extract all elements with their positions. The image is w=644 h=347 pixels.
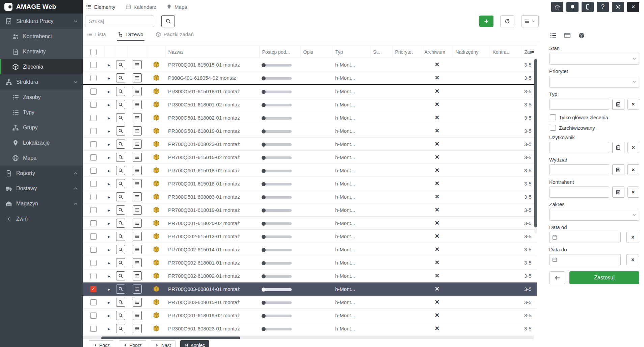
expand-icon[interactable]: ▸	[108, 142, 110, 147]
row-checkbox[interactable]	[90, 326, 97, 332]
row-zoom-button[interactable]	[116, 126, 125, 135]
row-details-button[interactable]	[133, 232, 142, 241]
col-header-archiwum[interactable]: Archiwum	[422, 46, 453, 58]
row-details-button[interactable]	[133, 298, 142, 307]
table-row[interactable]: ▸ PR700Q002-618001-01 montaż h-Mont... ×…	[83, 256, 537, 269]
filter-card-tab[interactable]	[564, 32, 571, 39]
priorytet-select[interactable]	[549, 76, 639, 88]
view-menu-button[interactable]	[521, 15, 539, 27]
row-checkbox[interactable]	[90, 194, 97, 200]
table-row[interactable]: ▸ PR700Q002-615013-01 montaż h-Mont... ×…	[83, 230, 537, 243]
row-checkbox[interactable]	[90, 181, 97, 187]
col-header-nazwa[interactable]: Nazwa	[165, 46, 259, 58]
sidebar-item-zasoby[interactable]: Zasoby	[0, 90, 83, 105]
row-checkbox[interactable]	[90, 273, 97, 279]
tab-paczki-zadan[interactable]: Paczki zadań	[155, 29, 195, 41]
notifications-button[interactable]	[566, 2, 579, 12]
filter-list-tab[interactable]	[550, 32, 557, 39]
user-input[interactable]	[549, 142, 609, 153]
col-header-postep[interactable]: Postęp pod...	[259, 46, 300, 58]
expand-icon[interactable]: ▸	[108, 326, 110, 331]
table-row[interactable]: ▸ PR700Q001-615015-02 montaż h-Mont... ×…	[83, 151, 537, 164]
table-row[interactable]: ▸ PR300G501-618001-02 montaż h-Mont... ×…	[83, 98, 537, 111]
row-checkbox[interactable]	[90, 168, 97, 174]
row-zoom-button[interactable]	[116, 324, 125, 333]
sidebar-collapse[interactable]: Zwiń	[0, 211, 83, 226]
department-input[interactable]	[549, 164, 609, 175]
expand-icon[interactable]: ▸	[108, 115, 110, 121]
table-row[interactable]: ▸ PR700Q001-618019-01 montaż h-Mont... ×…	[83, 203, 537, 217]
expand-icon[interactable]: ▸	[108, 287, 110, 292]
row-details-button[interactable]	[133, 100, 142, 109]
pagination-next-button[interactable]: Nast	[151, 340, 176, 347]
row-details-button[interactable]	[133, 113, 142, 122]
table-row[interactable]: ▸ PR700Q001-608023-01 montaż h-Mont... ×…	[83, 138, 537, 151]
settings-button[interactable]	[612, 2, 624, 12]
refresh-button[interactable]	[500, 15, 514, 27]
vertical-scrollbar[interactable]	[534, 58, 537, 233]
row-zoom-button[interactable]	[116, 73, 125, 82]
table-row[interactable]: ▸ PR300G501-615018-01 montaż h-Mont... ×…	[83, 84, 537, 98]
row-details-button[interactable]	[133, 126, 142, 135]
row-checkbox[interactable]	[90, 299, 97, 305]
row-details-button[interactable]	[133, 311, 142, 320]
home-button[interactable]	[551, 2, 563, 12]
col-header-kontrahent[interactable]: Kontra...	[490, 46, 521, 58]
contractor-clear-button[interactable]: ×	[627, 187, 640, 198]
contractor-picker-button[interactable]	[612, 187, 624, 198]
row-details-button[interactable]	[133, 60, 142, 69]
row-zoom-button[interactable]	[116, 140, 125, 149]
row-zoom-button[interactable]	[116, 284, 125, 294]
sidebar-section-raporty[interactable]: Raporty	[0, 166, 83, 181]
table-row[interactable]: ▸ PR700Q003-608015-01 montaż h-Mont... ×…	[83, 296, 537, 309]
row-zoom-button[interactable]	[116, 60, 125, 69]
row-details-button[interactable]	[133, 87, 142, 96]
row-details-button[interactable]	[133, 324, 142, 333]
row-checkbox[interactable]	[90, 115, 97, 121]
pagination-last-button[interactable]: Koniec	[180, 340, 210, 347]
col-header-priorytet[interactable]: Priorytet	[392, 46, 422, 58]
sidebar-item-kontrakty[interactable]: Kontrakty	[0, 44, 83, 59]
row-details-button[interactable]	[133, 205, 142, 215]
expand-icon[interactable]: ▸	[108, 273, 110, 279]
row-details-button[interactable]	[133, 258, 142, 267]
user-clear-button[interactable]: ×	[627, 142, 640, 153]
table-row[interactable]: ▸ PR300G501-608023-01 montaż h-Mont... ×…	[83, 322, 537, 335]
row-zoom-button[interactable]	[116, 87, 125, 96]
row-zoom-button[interactable]	[116, 153, 125, 162]
sidebar-item-zlecenia[interactable]: Zlecenia	[0, 59, 83, 74]
row-checkbox[interactable]	[90, 128, 97, 134]
row-zoom-button[interactable]	[116, 311, 125, 320]
table-row[interactable]: ▸ PR700Q001-618020-02 montaż h-Mont... ×…	[83, 217, 537, 230]
back-button[interactable]	[549, 271, 565, 284]
row-details-button[interactable]	[133, 192, 142, 201]
col-header-opis[interactable]: Opis	[300, 46, 332, 58]
contractor-input[interactable]	[549, 187, 609, 198]
row-checkbox[interactable]	[90, 247, 97, 253]
sidebar-item-grupy[interactable]: Grupy	[0, 120, 83, 135]
date-to-input[interactable]	[549, 254, 621, 265]
row-zoom-button[interactable]	[116, 271, 125, 280]
expand-icon[interactable]: ▸	[108, 207, 110, 213]
date-from-clear-button[interactable]: ×	[626, 232, 639, 243]
expand-icon[interactable]: ▸	[108, 102, 110, 107]
vertical-scrollbar-thumb[interactable]	[534, 59, 537, 227]
row-checkbox[interactable]	[90, 207, 97, 213]
only-main-checkbox[interactable]	[550, 114, 556, 120]
row-zoom-button[interactable]	[116, 113, 125, 122]
row-zoom-button[interactable]	[116, 205, 125, 215]
row-zoom-button[interactable]	[116, 258, 125, 267]
row-details-button[interactable]	[133, 271, 142, 280]
row-details-button[interactable]	[133, 166, 142, 175]
row-details-button[interactable]	[133, 245, 142, 254]
stan-select[interactable]	[549, 53, 639, 65]
expand-icon[interactable]: ▸	[108, 234, 110, 239]
row-details-button[interactable]	[133, 219, 142, 228]
mobile-button[interactable]	[582, 2, 594, 12]
table-row[interactable]: ▸ PR700Q002-615014-01 montaż h-Mont... ×…	[83, 243, 537, 256]
row-checkbox[interactable]	[90, 286, 97, 292]
filter-package-tab[interactable]	[578, 32, 585, 39]
col-header-typ[interactable]: Typ	[332, 46, 370, 58]
expand-icon[interactable]: ▸	[108, 181, 110, 187]
pagination-prev-button[interactable]: Poprz	[119, 340, 146, 347]
